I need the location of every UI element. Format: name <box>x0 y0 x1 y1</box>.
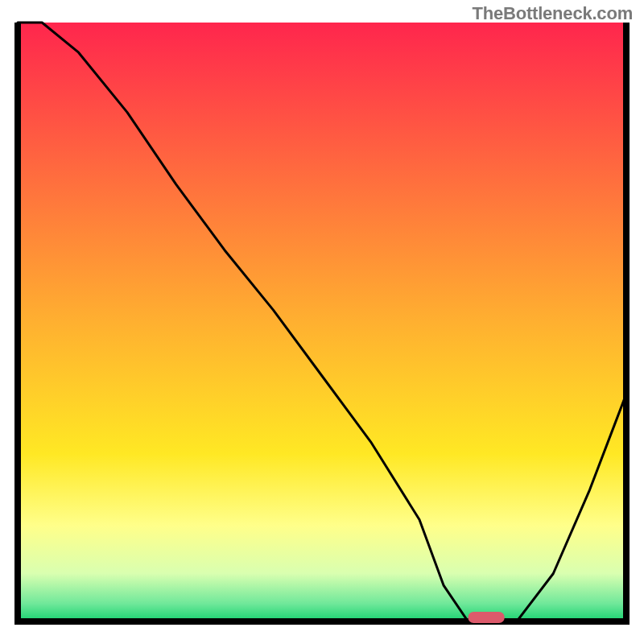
optimal-marker <box>468 612 504 623</box>
bottleneck-chart <box>0 0 644 644</box>
plot-gradient-area <box>18 23 626 621</box>
